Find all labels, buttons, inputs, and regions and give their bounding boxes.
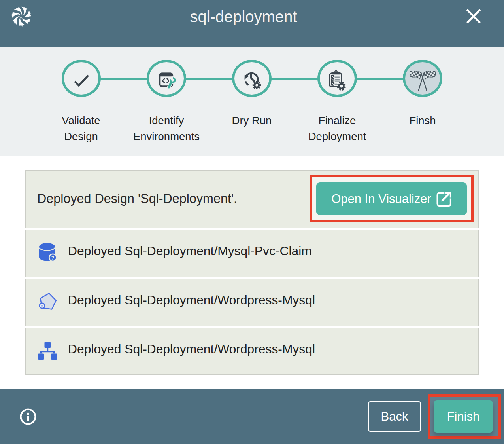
svg-text:?: ? <box>51 255 55 261</box>
